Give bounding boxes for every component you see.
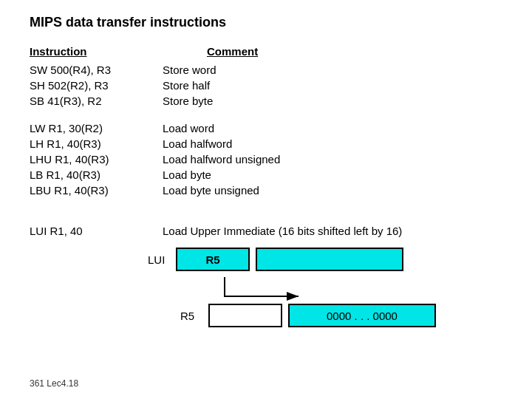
comment-cell: Store byte: [163, 95, 502, 107]
lui-section: LUI R1, 40 Load Upper Immediate (16 bits…: [30, 225, 502, 327]
instruction-cell: LHU R1, 40(R3): [30, 153, 163, 166]
diagram-row2: R5 0000 . . . 0000: [180, 304, 502, 327]
instruction-cell: SH 502(R2), R3: [30, 79, 163, 92]
r5-label: R5: [180, 310, 202, 322]
lui-instruction-text: LUI R1, 40: [30, 225, 163, 237]
comment-cell: Load word: [163, 122, 502, 134]
comment-cell: Load halfword: [163, 137, 502, 150]
table-row: SB 41(R3), R2 Store byte: [30, 95, 502, 107]
diagram-row1: LUI R5: [148, 248, 502, 271]
instruction-cell: LW R1, 30(R2): [30, 122, 163, 134]
instruction-cell: SW 500(R4), R3: [30, 64, 163, 76]
lui-diag-label: LUI: [148, 253, 170, 266]
lui-diagram: LUI R5 R5: [148, 248, 502, 327]
comment-cell: Store half: [163, 79, 502, 92]
comment-cell: Load byte unsigned: [163, 184, 502, 197]
table-row: SW 500(R4), R3 Store word: [30, 64, 502, 76]
store-instructions: SW 500(R4), R3 Store word SH 502(R2), R3…: [30, 64, 502, 107]
table-row: LH R1, 40(R3) Load halfword: [30, 137, 502, 150]
r5-value: 0000 . . . 0000: [327, 310, 398, 322]
table-row: LHU R1, 40(R3) Load halfword unsigned: [30, 153, 502, 166]
table-row: LB R1, 40(R3) Load byte: [30, 168, 502, 181]
table-header: Instruction Comment: [30, 45, 502, 58]
arrow-svg: [180, 276, 343, 304]
footer-text: 361 Lec4.18: [30, 378, 78, 389]
comment-cell: Load byte: [163, 168, 502, 181]
lui-comment: Load Upper Immediate (16 bits shifted le…: [163, 225, 502, 237]
table-row: LBU R1, 40(R3) Load byte unsigned: [30, 184, 502, 197]
instruction-cell: LH R1, 40(R3): [30, 137, 163, 150]
lui-value-box: [256, 248, 403, 271]
table-row: SH 502(R2), R3 Store half: [30, 79, 502, 92]
instruction-cell: SB 41(R3), R2: [30, 95, 163, 107]
header-comment: Comment: [207, 45, 502, 58]
r5-left-box: [208, 304, 282, 327]
comment-cell: Load halfword unsigned: [163, 153, 502, 166]
load-instructions: LW R1, 30(R2) Load word LH R1, 40(R3) Lo…: [30, 122, 502, 197]
instruction-cell: LB R1, 40(R3): [30, 168, 163, 181]
comment-cell: Store word: [163, 64, 502, 76]
header-instruction: Instruction: [30, 45, 163, 58]
instruction-cell: LBU R1, 40(R3): [30, 184, 163, 197]
page-title: MIPS data transfer instructions: [30, 15, 502, 30]
r5-right-box: 0000 . . . 0000: [288, 304, 436, 327]
table-row: LW R1, 30(R2) Load word: [30, 122, 502, 134]
lui-row: LUI R1, 40 Load Upper Immediate (16 bits…: [30, 225, 502, 237]
lui-reg-box: R5: [176, 248, 250, 271]
lui-reg-label: R5: [205, 253, 219, 266]
